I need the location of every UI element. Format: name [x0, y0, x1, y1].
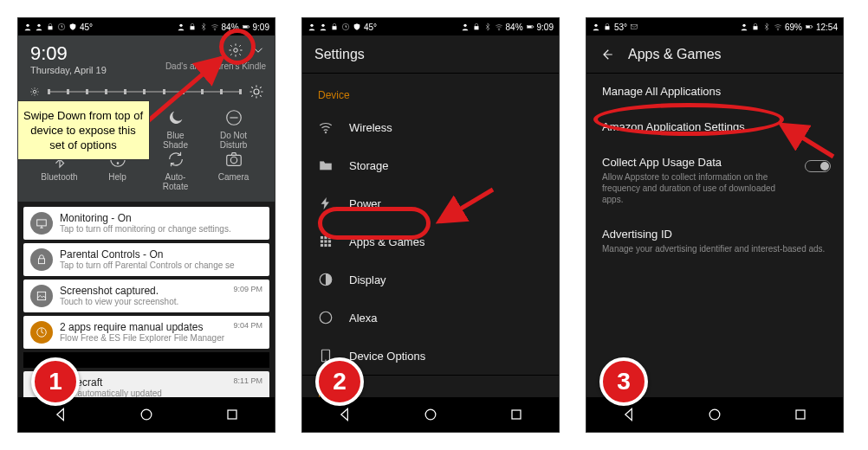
- notification-item[interactable]: Parental Controls - OnTap to turn off Pa…: [23, 243, 269, 276]
- settings-row-storage[interactable]: Storage: [302, 146, 559, 184]
- svg-point-16: [117, 163, 118, 164]
- svg-rect-9: [249, 26, 249, 28]
- svg-rect-45: [325, 244, 327, 247]
- svg-rect-44: [321, 244, 323, 247]
- svg-rect-26: [228, 410, 236, 419]
- qs-camera[interactable]: Camera: [204, 150, 262, 191]
- svg-rect-61: [753, 26, 757, 29]
- recent-icon[interactable]: [792, 406, 809, 423]
- back-icon[interactable]: [52, 406, 69, 423]
- home-icon[interactable]: [706, 406, 723, 423]
- notification-item[interactable]: 2 apps require manual updatesFlow Free &…: [23, 316, 269, 349]
- sun-large-icon: [249, 84, 264, 100]
- notification-time: 9:09 PM: [233, 285, 262, 293]
- qs-autorotate[interactable]: Auto- Rotate: [146, 150, 204, 191]
- lock-icon: [751, 22, 760, 31]
- gear-icon[interactable]: [228, 42, 243, 58]
- shield-icon: [353, 22, 361, 31]
- svg-point-25: [141, 409, 152, 420]
- instruction-callout: Swipe Down from top of device to expose …: [17, 100, 150, 160]
- notification-item[interactable]: Screenshot captured.Touch to view your s…: [23, 280, 269, 312]
- alexa-icon: [318, 310, 334, 325]
- row-amazon-app-settings[interactable]: Amazon Application Settings: [586, 109, 843, 145]
- wifi-icon: [774, 22, 782, 31]
- status-bar: 53° 69% 12:54: [586, 18, 843, 35]
- moon-icon: [166, 108, 185, 127]
- back-icon[interactable]: [620, 406, 638, 423]
- svg-rect-58: [606, 26, 610, 29]
- row-collect-usage[interactable]: Collect App Usage Data Allow Appstore to…: [586, 145, 843, 216]
- contrast-icon: [318, 272, 334, 287]
- svg-point-28: [321, 24, 324, 27]
- svg-rect-64: [806, 26, 810, 29]
- phone-screen-3: 53° 69% 12:54 Apps & Games Manage All Ap…: [586, 17, 844, 433]
- lock-icon: [472, 22, 481, 31]
- back-arrow-icon[interactable]: [599, 47, 614, 62]
- monitor-icon: [36, 217, 48, 229]
- user-icon: [740, 22, 748, 31]
- svg-point-0: [26, 24, 29, 27]
- svg-rect-39: [325, 236, 327, 239]
- svg-rect-29: [333, 26, 337, 29]
- svg-rect-32: [474, 26, 478, 29]
- svg-point-68: [709, 409, 720, 420]
- lock-icon: [46, 22, 55, 31]
- user-icon: [177, 22, 185, 31]
- svg-rect-65: [812, 26, 813, 28]
- qs-blueshade[interactable]: Blue Shade: [146, 108, 204, 150]
- back-icon[interactable]: [336, 406, 353, 423]
- step-badge: 1: [31, 357, 80, 406]
- row-advertising-id[interactable]: Advertising ID Manage your advertising i…: [586, 216, 843, 266]
- status-battery-pct: 84%: [506, 22, 523, 32]
- notification-time: 8:11 PM: [233, 376, 262, 385]
- svg-rect-46: [328, 244, 331, 247]
- svg-point-31: [463, 24, 466, 27]
- qs-dnd[interactable]: Do Not Disturb: [204, 108, 262, 150]
- power-icon: [318, 196, 334, 211]
- settings-row-apps-games[interactable]: Apps & Games: [302, 222, 559, 260]
- recent-icon[interactable]: [508, 406, 525, 423]
- svg-point-4: [179, 24, 182, 27]
- lock-icon: [188, 22, 197, 31]
- settings-row-alexa[interactable]: Alexa: [302, 299, 559, 337]
- settings-row-wireless[interactable]: Wireless: [302, 108, 559, 146]
- notification-item[interactable]: Monitoring - OnTap to turn off monitorin…: [23, 207, 269, 240]
- settings-header: Settings: [302, 35, 559, 74]
- svg-point-10: [234, 48, 238, 53]
- status-battery-pct: 84%: [222, 22, 239, 32]
- status-time: 12:54: [816, 22, 838, 32]
- status-bar: 45° 84% 9:09: [302, 18, 559, 35]
- status-battery-pct: 69%: [785, 22, 802, 32]
- svg-point-12: [254, 89, 259, 94]
- sun-small-icon: [29, 86, 41, 98]
- silhouette-icon: [319, 22, 327, 31]
- battery-icon: [805, 22, 813, 31]
- settings-row-power[interactable]: Power: [302, 184, 559, 222]
- svg-rect-38: [321, 236, 323, 239]
- home-icon[interactable]: [138, 406, 155, 423]
- svg-point-37: [325, 132, 327, 133]
- svg-rect-5: [190, 26, 194, 29]
- battery-icon: [242, 22, 250, 31]
- status-bar: 45° 84% 9:09: [18, 18, 275, 35]
- step-badge: 2: [315, 357, 364, 406]
- home-icon[interactable]: [422, 406, 439, 423]
- bluetooth-icon: [483, 22, 492, 31]
- svg-rect-21: [37, 292, 45, 299]
- shade-time: 9:09: [30, 42, 107, 65]
- lock-icon: [36, 254, 48, 266]
- chevron-down-icon[interactable]: [250, 42, 266, 58]
- status-temp: 45°: [80, 22, 93, 32]
- silhouette-icon: [35, 22, 43, 31]
- recent-icon[interactable]: [223, 406, 241, 423]
- settings-row-display[interactable]: Display: [302, 260, 559, 299]
- apps-games-header: Apps & Games: [586, 35, 843, 74]
- svg-point-57: [594, 24, 597, 27]
- do-not-disturb-icon: [224, 108, 243, 127]
- svg-rect-36: [533, 26, 534, 28]
- row-manage-all-apps[interactable]: Manage All Applications: [586, 74, 843, 109]
- bluetooth-icon: [199, 22, 208, 31]
- usage-toggle[interactable]: [805, 160, 831, 172]
- device-name: Dad's and Lauren's Kindle: [165, 61, 266, 71]
- update-icon: [36, 326, 48, 338]
